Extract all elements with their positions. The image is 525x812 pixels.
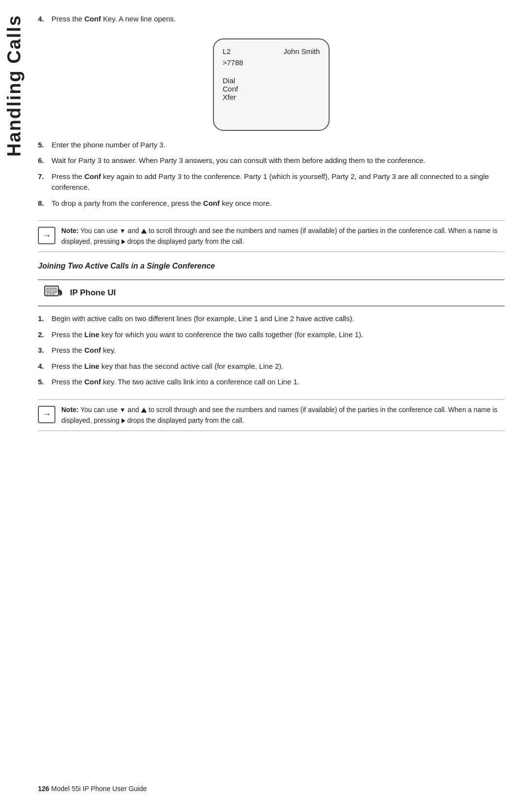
sidebar-title: Handling Calls [4, 15, 25, 157]
footer: 126 Model 55i IP Phone User Guide [38, 770, 505, 793]
joining-step-1-num: 1. [38, 313, 52, 325]
joining-step-5-num: 5. [38, 377, 52, 388]
arrow-icon-1: → [42, 231, 51, 241]
note-text-1: Note: You can use ▼ and to scroll throug… [61, 226, 505, 247]
joining-step-4-num: 4. [38, 361, 52, 372]
joining-step-3-num: 3. [38, 345, 52, 356]
footer-text: Model 55i IP Phone User Guide [49, 785, 147, 793]
note-box-2: → Note: You can use ▼ and to scroll thro… [38, 399, 505, 431]
joining-step-4-text: Press the Line key that has the second a… [52, 361, 505, 372]
softkey-conf: Conf [223, 85, 320, 93]
svg-rect-1 [47, 288, 56, 293]
step-6: 6. Wait for Party 3 to answer. When Part… [38, 155, 505, 166]
joining-step-5: 5. Press the Conf key. The two active ca… [38, 377, 505, 388]
joining-step-5-text: Press the Conf key. The two active calls… [52, 377, 505, 388]
softkey-dial: Dial [223, 76, 320, 85]
joining-step-1-text: Begin with active calls on two different… [52, 313, 505, 325]
main-content: 4. Press the Conf Key. A new line opens.… [28, 0, 525, 812]
section-heading: Joining Two Active Calls in a Single Con… [38, 262, 505, 271]
step-6-num: 6. [38, 155, 52, 166]
phone-name: John Smith [283, 47, 320, 55]
svg-rect-4 [52, 294, 54, 295]
step-8-text: To drop a party from the conference, pre… [52, 198, 505, 209]
joining-step-3: 3. Press the Conf key. [38, 345, 505, 356]
joining-step-4: 4. Press the Line key that has the secon… [38, 361, 505, 372]
step-4: 4. Press the Conf Key. A new line opens. [38, 14, 505, 25]
joining-step-2-text: Press the Line key for which you want to… [52, 329, 505, 341]
phone-softkeys: Dial Conf Xfer [223, 76, 320, 101]
arrow-icon-2: → [42, 409, 51, 419]
step-7-text: Press the Conf key again to add Party 3 … [52, 171, 505, 193]
phone-diagram-wrapper: L2 John Smith >7788 Dial Conf Xfer [38, 38, 505, 131]
phone-number: >7788 [223, 58, 243, 67]
svg-rect-3 [50, 294, 52, 295]
joining-step-2: 2. Press the Line key for which you want… [38, 329, 505, 341]
step-5-text: Enter the phone number of Party 3. [52, 140, 505, 151]
joining-step-3-text: Press the Conf key. [52, 345, 505, 356]
phone-screen: L2 John Smith >7788 Dial Conf Xfer [213, 38, 330, 131]
step-5-num: 5. [38, 140, 52, 151]
phone-line-row: L2 John Smith [223, 47, 320, 55]
sidebar: Handling Calls [0, 0, 28, 812]
phone-number-row: >7788 [223, 58, 320, 67]
ui-banner-label: IP Phone UI [70, 288, 116, 298]
step-5: 5. Enter the phone number of Party 3. [38, 140, 505, 151]
svg-rect-2 [47, 294, 49, 295]
step-8: 8. To drop a party from the conference, … [38, 198, 505, 209]
note-arrow-1: → [38, 227, 55, 244]
step-4-text: Press the Conf Key. A new line opens. [52, 14, 505, 25]
step-8-num: 8. [38, 198, 52, 209]
ui-banner: IP Phone UI [38, 279, 505, 307]
joining-step-1: 1. Begin with active calls on two differ… [38, 313, 505, 325]
step-7-num: 7. [38, 171, 52, 193]
phone-line-label: L2 [223, 47, 231, 55]
page-wrapper: Handling Calls 4. Press the Conf Key. A … [0, 0, 525, 812]
note-box-1: → Note: You can use ▼ and to scroll thro… [38, 220, 505, 252]
note-text-2: Note: You can use ▼ and to scroll throug… [61, 405, 505, 426]
softkey-xfer: Xfer [223, 93, 320, 101]
phone-icon [44, 284, 63, 302]
footer-page-num: 126 [38, 785, 49, 793]
step-4-num: 4. [38, 14, 52, 25]
step-7: 7. Press the Conf key again to add Party… [38, 171, 505, 193]
step-6-text: Wait for Party 3 to answer. When Party 3… [52, 155, 505, 166]
note-arrow-2: → [38, 406, 55, 423]
joining-step-2-num: 2. [38, 329, 52, 341]
